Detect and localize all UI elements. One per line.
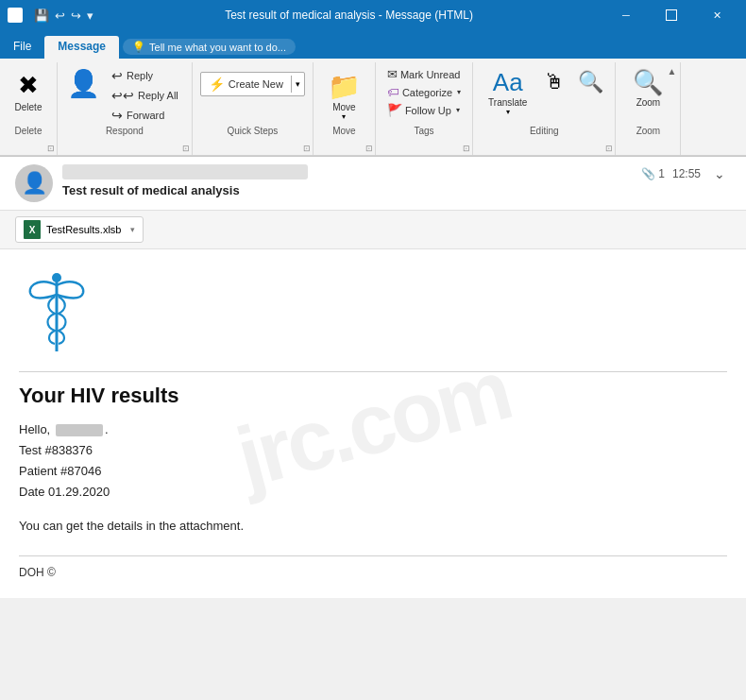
zoom-collapse-icon[interactable]: ▲ — [668, 66, 677, 77]
patient-number: Patient #87046 — [19, 464, 101, 478]
forward-icon: ↪ — [111, 108, 123, 123]
tab-file[interactable]: File — [0, 36, 44, 59]
editing-group-expand-icon[interactable]: ⊡ — [605, 144, 613, 153]
categorize-button[interactable]: 🏷 Categorize ▾ — [383, 84, 465, 100]
avatar-icon: 👤 — [22, 171, 47, 196]
ribbon-group-zoom: 🔍 Zoom Zoom ▲ — [616, 62, 681, 155]
tags-stack: ✉ Mark Unread 🏷 Categorize ▾ 🚩 Follow Up… — [383, 66, 465, 118]
respond-group-label: Respond — [65, 126, 184, 138]
create-new-button[interactable]: ⚡ Create New ▾ — [200, 72, 305, 96]
quicksteps-group-expand-icon[interactable]: ⊡ — [303, 144, 311, 153]
tags-group-expand-icon[interactable]: ⊡ — [463, 144, 470, 153]
close-button[interactable]: ✕ — [695, 0, 738, 30]
ribbon-group-respond: 👤 ↩ Reply ↩↩ Reply All ↪ Forward — [58, 62, 193, 155]
title-bar: 💾 ↩ ↪ ▾ Test result of medical analysis … — [0, 0, 746, 30]
reply-label: Reply — [127, 70, 153, 81]
zoom-icon: 🔍 — [633, 68, 663, 97]
reply-button[interactable]: ↩ Reply — [106, 66, 184, 85]
categorize-dropdown-icon: ▾ — [457, 88, 461, 96]
save-icon[interactable]: 💾 — [34, 9, 49, 23]
forward-button[interactable]: ↪ Forward — [106, 106, 184, 125]
undo-icon[interactable]: ↩ — [55, 9, 65, 23]
zoom-label: Zoom — [636, 97, 661, 108]
search-icon: 🔍 — [578, 70, 603, 94]
delete-group-expand-icon[interactable]: ⊡ — [47, 144, 55, 153]
move-group-expand-icon[interactable]: ⊡ — [365, 144, 373, 153]
email-subject: Test result of medical analysis — [62, 183, 308, 197]
email-from-blurred — [62, 164, 308, 179]
mark-unread-icon: ✉ — [387, 67, 398, 81]
delete-button[interactable]: ✖ Delete — [8, 66, 49, 117]
categorize-icon: 🏷 — [387, 85, 399, 99]
ribbon-tabs: File Message 💡 Tell me what you want to … — [0, 30, 746, 59]
reply-icon: ↩ — [111, 68, 123, 83]
zoom-button[interactable]: 🔍 Zoom — [623, 66, 672, 110]
sender-avatar: 👤 — [15, 164, 53, 202]
title-bar-left: 💾 ↩ ↪ ▾ — [8, 8, 93, 23]
email-body-text: Hello, . Test #838376 Patient #87046 Dat… — [19, 419, 727, 503]
ribbon-group-move: 📁 Move ▾ Move ⊡ — [314, 62, 376, 155]
ribbon-group-tags: ✉ Mark Unread 🏷 Categorize ▾ 🚩 Follow Up… — [376, 62, 473, 155]
cursor-icon: 🖱 — [544, 70, 565, 94]
editing-group-label: Editing — [481, 126, 607, 138]
create-new-main: ⚡ Create New — [201, 73, 291, 95]
recipient-name-blurred — [56, 424, 103, 436]
zoom-group-label: Zoom — [623, 126, 672, 138]
follow-up-button[interactable]: 🚩 Follow Up ▾ — [383, 102, 465, 118]
editing-buttons: Aa Translate ▾ 🖱 🔍 — [481, 66, 607, 118]
move-dropdown-icon: ▾ — [342, 112, 346, 121]
reply-all-button[interactable]: ↩↩ Reply All — [106, 86, 184, 105]
test-number: Test #838376 — [19, 443, 93, 457]
outlook-icon — [8, 8, 23, 23]
excel-icon: X — [24, 220, 41, 239]
email-body-content: Your HIV results Hello, . Test #838376 P… — [19, 268, 727, 579]
quicksteps-group-label: Quick Steps — [200, 126, 305, 138]
top-divider — [19, 371, 727, 372]
translate-label: Translate — [488, 97, 527, 108]
email-time: 12:55 — [672, 167, 701, 180]
delete-icon: ✖ — [18, 71, 39, 100]
attachment-info-text: You can get the details in the attachmen… — [19, 516, 727, 537]
follow-up-icon: 🚩 — [387, 103, 402, 117]
minimize-button[interactable]: ─ — [604, 0, 648, 30]
greeting-text: Hello, — [19, 422, 50, 436]
translate-dropdown-icon: ▾ — [506, 108, 510, 116]
ribbon: File Message 💡 Tell me what you want to … — [0, 30, 746, 157]
attachment-dropdown-icon[interactable]: ▾ — [130, 225, 135, 234]
ribbon-group-quicksteps: ⚡ Create New ▾ Quick Steps ⊡ — [193, 62, 314, 155]
tell-me-box[interactable]: 💡 Tell me what you want to do... — [123, 39, 296, 55]
mark-unread-button[interactable]: ✉ Mark Unread — [383, 66, 465, 82]
move-button[interactable]: 📁 Move ▾ — [321, 66, 367, 126]
date-line: Date 01.29.2020 — [19, 485, 110, 499]
create-new-dropdown[interactable]: ▾ — [291, 76, 304, 93]
tab-message[interactable]: Message — [44, 36, 119, 59]
mark-unread-label: Mark Unread — [400, 69, 461, 80]
move-label: Move — [332, 102, 355, 112]
restore-button[interactable] — [650, 0, 693, 30]
customize-qat-icon[interactable]: ▾ — [87, 9, 93, 23]
lightbulb-icon: 💡 — [132, 41, 145, 53]
svg-point-1 — [52, 273, 61, 282]
respond-small-stack: ↩ Reply ↩↩ Reply All ↪ Forward — [106, 66, 184, 125]
expand-email-button[interactable]: ⌄ — [708, 164, 731, 183]
window-title: Test result of medical analysis - Messag… — [93, 9, 604, 22]
move-icon: 📁 — [328, 71, 361, 102]
respond-avatar-area: 👤 ↩ Reply ↩↩ Reply All ↪ Forward — [65, 66, 184, 125]
email-header-right: 📎 1 12:55 ⌄ — [641, 164, 731, 183]
caduceus-svg — [19, 268, 94, 353]
respond-avatar-icon: 👤 — [65, 66, 102, 125]
attachment-item[interactable]: X TestResults.xlsb ▾ — [15, 216, 144, 243]
email-header-left: 👤 Test result of medical analysis — [15, 164, 308, 202]
redo-icon[interactable]: ↪ — [71, 9, 81, 23]
cursor-tool[interactable]: 🖱 — [540, 66, 568, 98]
translate-button[interactable]: Aa Translate ▾ — [481, 66, 534, 118]
attachment-indicator: 📎 1 — [641, 167, 665, 180]
move-group-label: Move — [321, 126, 367, 138]
search-button[interactable]: 🔍 — [574, 66, 607, 98]
respond-group-expand-icon[interactable]: ⊡ — [182, 144, 190, 153]
follow-up-label: Follow Up — [405, 105, 451, 116]
window-controls: ─ ✕ — [604, 0, 738, 30]
respond-buttons: 👤 ↩ Reply ↩↩ Reply All ↪ Forward — [65, 66, 184, 125]
email-body: jrc.com Your HIV results Hello, . — [0, 249, 746, 598]
attachment-filename: TestResults.xlsb — [46, 224, 121, 235]
